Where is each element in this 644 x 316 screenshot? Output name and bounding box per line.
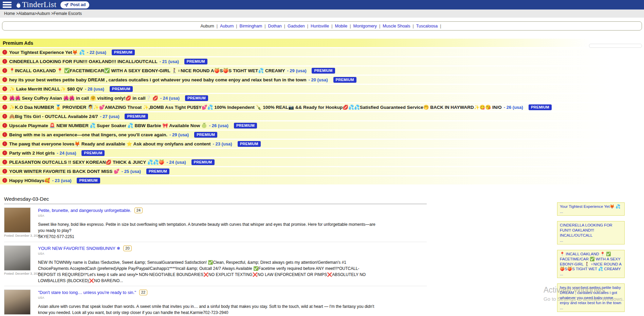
premium-ad-row[interactable]: ↑ Upscale Playmate 🚨 NEW NUMBER 💦 Super … xyxy=(0,121,644,130)
ad-age-region: - 27 (usa) xyxy=(100,114,119,119)
premium-ad-row[interactable]: ↑ PLEASANTON OUTCALLS !! SEXY KOREAN💋 TH… xyxy=(0,158,644,166)
listing-description: Sweet like honey, bold like espresso. Pe… xyxy=(38,221,376,234)
premium-ad-row[interactable]: ↑ 🙈Big Tits Girl - OUTCALL Available 24/… xyxy=(0,112,644,120)
listing-description: Asian allure with curves that speak loud… xyxy=(38,303,376,316)
country-label: USA xyxy=(38,296,427,299)
sidebar-ad-text: hey its your best wettes petite baby DRE… xyxy=(560,285,621,305)
premium-ad-row[interactable]: ↑ Happy HOlidays🥰 - 23 (usa) PREMIUM xyxy=(0,176,644,184)
ad-title: hey its your best wettes petite baby DRE… xyxy=(9,77,306,82)
up-arrow-icon: ↑ xyxy=(2,86,7,91)
up-arrow-icon: ↑ xyxy=(2,50,7,55)
city-item: Mobile | xyxy=(335,24,353,28)
city-separator: | xyxy=(236,24,237,28)
ad-age-region: - 28 (usa) xyxy=(85,86,104,92)
listing-row: Posted: December 3, 2025 Petite, brunett… xyxy=(4,204,427,242)
ad-age-region: - 23 (usa) xyxy=(52,178,71,183)
city-separator: | xyxy=(284,24,285,28)
city-link[interactable]: Muscle Shoals xyxy=(383,24,410,28)
flame-icon xyxy=(16,2,21,8)
ad-age-region: - 24 (usa) xyxy=(160,96,180,101)
ad-age-region: - 24 (usa) xyxy=(166,160,186,165)
ad-age-region: - 25 (usa) xyxy=(122,169,141,174)
sidebar-ad-text: 📍 INCALL OAKLAND 📍 ✅ FACETIME/CAR ✅ WITH… xyxy=(560,252,622,271)
listing-title[interactable]: Petite, brunette, and dangerously unforg… xyxy=(38,208,131,213)
city-item: Birmingham | xyxy=(240,24,268,28)
empty-input-box[interactable] xyxy=(589,44,642,48)
sidebar-ad-text: CINDERELLA LOOKING FOR FUN!!! OAKLAND!!!… xyxy=(560,223,612,237)
premium-ad-row[interactable]: ↑ Your Tightest Experience Yet🦊 💦 - 22 (… xyxy=(0,48,644,56)
listing-title[interactable]: "Don't stare too long… unless you're rea… xyxy=(38,290,136,295)
listing-title[interactable]: YOUR NEW FAVORITE SNOWBUNNY ❄ xyxy=(38,246,120,251)
premium-badge: PREMIUM xyxy=(312,68,335,74)
city-link[interactable]: Auburn xyxy=(220,24,234,28)
premium-badge: PREMIUM xyxy=(333,77,356,83)
up-arrow-icon: ↑ xyxy=(2,77,7,82)
city-link[interactable]: Gadsden xyxy=(288,24,305,28)
listing-thumbnail[interactable] xyxy=(4,208,31,233)
premium-badge: PREMIUM xyxy=(184,59,207,64)
more-ellipsis: ... xyxy=(560,238,622,243)
ad-title: Being with me is an experience—one that … xyxy=(9,132,167,137)
listing-row: Posted: December 3, 2025 "Don't stare to… xyxy=(4,286,427,316)
ad-title: 📍INCALL OAKLAND 📍 ✅FACETIME/CAR✅ WITH A … xyxy=(9,68,285,73)
city-item: Tuscaloosa | xyxy=(416,24,444,28)
menu-icon[interactable] xyxy=(3,2,12,8)
city-link[interactable]: Montgomery xyxy=(353,24,377,28)
premium-badge: PREMIUM xyxy=(125,114,148,119)
city-item: Gadsden | xyxy=(288,24,311,28)
up-arrow-icon: ↑ xyxy=(2,132,7,137)
up-arrow-icon: ↑ xyxy=(2,96,7,100)
age-badge: 22 xyxy=(139,290,147,295)
sidebar-ad-box[interactable]: 📍 INCALL OAKLAND 📍 ✅ FACETIME/CAR ✅ WITH… xyxy=(557,250,625,278)
premium-ad-row[interactable]: ↑ ✨K.O Daa NUMBER 🏅 PROVIDER 🧖‍♀️✨💕AMAZI… xyxy=(0,103,644,111)
more-ellipsis: ... xyxy=(560,272,622,277)
ad-title: The pawg that everyone loves🦊 Ready and … xyxy=(9,141,211,146)
sidebar-ad-box[interactable]: Your Tightest Experience Yet🦊 💦 ... xyxy=(557,202,625,216)
city-separator: | xyxy=(350,24,351,28)
premium-ad-row[interactable]: ↑ hey its your best wettes petite baby D… xyxy=(0,76,644,84)
city-link[interactable]: Mobile xyxy=(335,24,347,28)
premium-badge: PREMIUM xyxy=(194,132,217,138)
ad-age-region: - 26 (usa) xyxy=(504,105,523,110)
city-separator: | xyxy=(307,24,308,28)
listing-thumbnail[interactable] xyxy=(4,290,31,315)
premium-ad-row[interactable]: ↑ The pawg that everyone loves🦊 Ready an… xyxy=(0,140,644,148)
premium-ad-row[interactable]: ↑ Being with me is an experience—one tha… xyxy=(0,131,644,139)
site-logo[interactable]: TinderList xyxy=(16,0,56,9)
sidebar-ad-box[interactable]: hey its your best wettes petite baby DRE… xyxy=(557,283,625,312)
city-item: Auburn | xyxy=(220,24,240,28)
premium-ad-row[interactable]: ↑ ✨ Lake Merritt INCALL✨ $80 QV - 28 (us… xyxy=(0,85,644,93)
ad-title: YOUR WINTER FAVORITE IS BACK DONT MISS 💕 xyxy=(9,169,119,174)
ad-age-region: - 29 (usa) xyxy=(287,68,306,73)
city-link[interactable]: Dothan xyxy=(268,24,282,28)
city-link[interactable]: Tuscaloosa xyxy=(416,24,438,28)
listing-thumb-column: Posted: December 3, 2025 xyxy=(4,245,33,284)
breadcrumb[interactable]: Home >Alabama>Auburn >Female Escorts xyxy=(0,9,644,18)
city-link[interactable]: Auburn xyxy=(200,24,214,28)
ad-title: CINDERELLA LOOKING FOR FUN!!! OAKLAND!!!… xyxy=(9,59,158,64)
listing-thumbnail[interactable] xyxy=(4,245,31,271)
city-item: Dothan | xyxy=(268,24,288,28)
city-link[interactable]: Huntsville xyxy=(311,24,329,28)
up-arrow-icon: ↑ xyxy=(2,114,7,119)
listing-thumb-column: Posted: December 3, 2025 xyxy=(4,290,33,316)
premium-ad-row[interactable]: ↑ YOUR WINTER FAVORITE IS BACK DONT MISS… xyxy=(0,167,644,175)
premium-ad-row[interactable]: ↑ 🌺🌺 Sexy CuRvy Asian 🌺🌺 in call 🤗 visit… xyxy=(0,94,644,102)
ad-title: Upscale Playmate 🚨 NEW NUMBER 💦 Super So… xyxy=(9,123,207,128)
sidebar-ad-box[interactable]: CINDERELLA LOOKING FOR FUN!!! OAKLAND!!!… xyxy=(557,221,625,244)
post-ad-button[interactable]: Post ad xyxy=(60,1,89,8)
more-ellipsis: ... xyxy=(560,305,622,311)
city-item: Montgomery | xyxy=(353,24,383,28)
premium-badge: PREMIUM xyxy=(146,169,169,174)
premium-ad-row[interactable]: ↑ CINDERELLA LOOKING FOR FUN!!! OAKLAND!… xyxy=(0,57,644,65)
up-arrow-icon: ↑ xyxy=(2,141,7,146)
ad-age-region: - 23 (usa) xyxy=(213,141,232,146)
ad-title: Your Tightest Experience Yet🦊 💦 xyxy=(9,50,85,55)
city-link[interactable]: Birmingham xyxy=(240,24,262,28)
ad-title: 🙈Big Tits Girl - OUTCALL Available 24/7 xyxy=(9,114,98,119)
more-ellipsis: ... xyxy=(560,209,622,214)
premium-ad-row[interactable]: ↑ 📍INCALL OAKLAND 📍 ✅FACETIME/CAR✅ WITH … xyxy=(0,66,644,75)
premium-ad-row[interactable]: ↑ Party with 2 Hot girls - 24 (usa) PREM… xyxy=(0,149,644,157)
up-arrow-icon: ↑ xyxy=(2,160,7,164)
city-separator: | xyxy=(413,24,414,28)
